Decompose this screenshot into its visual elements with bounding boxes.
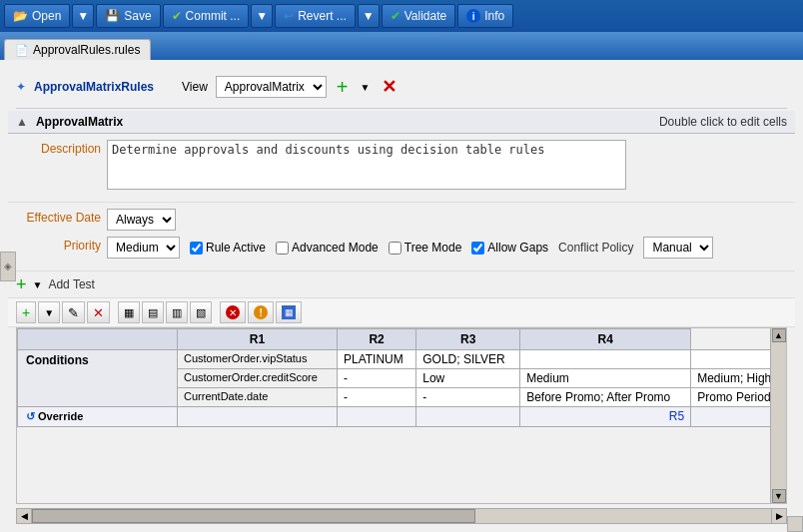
save-icon: 💾 <box>105 9 120 23</box>
description-label: Description <box>16 140 101 156</box>
table-cell[interactable]: - <box>337 388 415 407</box>
edit-pencil-btn[interactable]: ✎ <box>62 301 85 323</box>
edit-info-btn[interactable]: ▦ <box>276 301 302 323</box>
rule-active-checkbox[interactable] <box>190 242 203 255</box>
conflict-resolution-header: ↺ Override <box>18 407 178 427</box>
table-cell[interactable]: - <box>416 388 520 407</box>
form-description-section: Description Determine approvals and disc… <box>8 134 795 203</box>
effective-date-row: Effective Date Always <box>16 209 787 231</box>
allow-gaps-checkbox-label[interactable]: Allow Gaps <box>471 241 548 255</box>
view-select[interactable]: ApprovalMatrix <box>216 76 327 98</box>
grid4-icon: ▧ <box>196 306 206 319</box>
info-button[interactable]: i Info <box>457 4 513 28</box>
edit-delete-btn[interactable]: ✕ <box>87 301 110 323</box>
edit-add-dropdown-btn[interactable]: ▼ <box>38 301 60 323</box>
info-circle-icon: i <box>466 9 480 23</box>
effective-date-select[interactable]: Always <box>107 209 176 231</box>
tree-mode-checkbox-label[interactable]: Tree Mode <box>389 241 462 255</box>
decision-table-scroll[interactable]: R1 R2 R3 R4 ConditionsCustomerOrder.vipS… <box>17 328 786 503</box>
table-cell[interactable]: Low <box>416 369 520 388</box>
conflict-label-cell <box>178 407 338 427</box>
scroll-left-btn[interactable]: ◀ <box>16 508 32 524</box>
delete-icon: ✕ <box>93 305 104 320</box>
add-icon-btn[interactable]: + <box>335 75 351 99</box>
scroll-thumb[interactable] <box>32 509 475 523</box>
section-title: ApprovalMatrixRules <box>34 80 154 94</box>
table-cell[interactable]: GOLD; SILVER <box>416 350 520 369</box>
description-row: Description Determine approvals and disc… <box>16 140 787 190</box>
delete-btn[interactable]: ✕ <box>380 74 399 100</box>
table-cell[interactable]: Medium <box>520 369 691 388</box>
table-cell[interactable]: Before Promo; After Promo <box>520 388 691 407</box>
edit-grid2-btn[interactable]: ▤ <box>142 301 164 323</box>
collapse-icon[interactable]: ▲ <box>16 115 28 129</box>
revert-dropdown[interactable]: ▼ <box>358 4 380 28</box>
table-cell[interactable]: - <box>337 369 415 388</box>
am-header: ▲ ApprovalMatrix Double click to edit ce… <box>8 111 795 134</box>
save-button[interactable]: 💾 Save <box>96 4 160 28</box>
conflict-cell[interactable]: R5 <box>520 407 691 427</box>
main-content: ✦ ApprovalMatrixRules View ApprovalMatri… <box>0 60 803 532</box>
side-resize-handle[interactable]: ◈ <box>0 252 16 281</box>
grid1-icon: ▦ <box>124 306 134 319</box>
priority-select[interactable]: Medium <box>107 237 180 259</box>
open-button[interactable]: 📂 Open <box>4 4 70 28</box>
tree-mode-checkbox[interactable] <box>389 242 402 255</box>
table-header-row: R1 R2 R3 R4 <box>18 329 786 350</box>
commit-button[interactable]: ✔ Commit ... <box>163 4 250 28</box>
conflict-policy-label: Conflict Policy <box>558 241 633 255</box>
edit-warn-btn[interactable]: ! <box>248 301 274 323</box>
revert-button[interactable]: ↩ Revert ... <box>275 4 356 28</box>
vertical-scrollbar[interactable]: ▲ ▼ <box>770 328 786 503</box>
add-test-label[interactable]: Add Test <box>48 277 94 291</box>
add-test-plus-icon[interactable]: + <box>16 275 27 293</box>
pencil-icon: ✎ <box>68 305 79 320</box>
bottom-scroll-area: ◀ ▶ <box>16 508 787 524</box>
rule-active-checkbox-label[interactable]: Rule Active <box>190 241 266 255</box>
conditions-section-header: Conditions <box>18 350 178 407</box>
conflict-cell[interactable] <box>416 407 520 427</box>
edit-grid4-btn[interactable]: ▧ <box>190 301 212 323</box>
open-dropdown[interactable]: ▼ <box>72 4 94 28</box>
corner-resize[interactable] <box>787 516 803 532</box>
add-test-dropdown-icon[interactable]: ▼ <box>33 279 43 290</box>
col-header-r1: R1 <box>178 329 338 350</box>
scroll-up-btn[interactable]: ▲ <box>772 328 786 342</box>
commit-dropdown[interactable]: ▼ <box>251 4 273 28</box>
section-expand-icon[interactable]: ✦ <box>16 80 26 94</box>
grid2-icon: ▤ <box>148 306 158 319</box>
priority-options-row: Medium Rule Active Advanced Mode Tree Mo… <box>107 237 713 259</box>
edit-add-btn[interactable]: + <box>16 301 36 323</box>
edit-add-plus-icon: + <box>22 304 30 320</box>
effective-date-label: Effective Date <box>16 209 101 225</box>
am-name: ApprovalMatrix <box>36 115 123 129</box>
divider1 <box>16 108 787 109</box>
table-cell[interactable]: PLATINUM <box>337 350 415 369</box>
validate-icon: ✔ <box>391 9 401 23</box>
table-cell[interactable] <box>520 350 691 369</box>
decision-table: R1 R2 R3 R4 ConditionsCustomerOrder.vipS… <box>17 328 786 427</box>
validate-button[interactable]: ✔ Validate <box>382 4 455 28</box>
conflict-cell[interactable] <box>337 407 415 427</box>
description-textarea[interactable]: Determine approvals and discounts using … <box>107 140 626 190</box>
scroll-track[interactable] <box>32 508 771 524</box>
allow-gaps-checkbox[interactable] <box>471 242 484 255</box>
priority-row: Priority Medium Rule Active Advanced Mod… <box>16 237 787 259</box>
scroll-right-btn[interactable]: ▶ <box>771 508 787 524</box>
edit-stop-btn[interactable]: ✕ <box>220 301 246 323</box>
edit-grid3-btn[interactable]: ▥ <box>166 301 188 323</box>
add-test-row: + ▼ Add Test <box>8 271 795 298</box>
red-x-icon: ✕ <box>382 76 397 98</box>
advanced-mode-checkbox-label[interactable]: Advanced Mode <box>276 241 379 255</box>
stop-icon: ✕ <box>226 305 240 319</box>
edit-grid1-btn[interactable]: ▦ <box>118 301 140 323</box>
table-row: ConditionsCustomerOrder.vipStatusPLATINU… <box>18 350 786 369</box>
commit-icon: ✔ <box>172 9 182 23</box>
advanced-mode-checkbox[interactable] <box>276 242 289 255</box>
tab-approvalrules[interactable]: 📄 ApprovalRules.rules <box>4 39 151 60</box>
conflict-policy-select[interactable]: Manual <box>643 237 713 259</box>
col-header-r4: R4 <box>520 329 691 350</box>
dropdown-arrow-icon: ▼ <box>361 82 371 93</box>
add-dropdown-btn[interactable]: ▼ <box>359 80 373 95</box>
scroll-down-btn[interactable]: ▼ <box>772 489 786 503</box>
